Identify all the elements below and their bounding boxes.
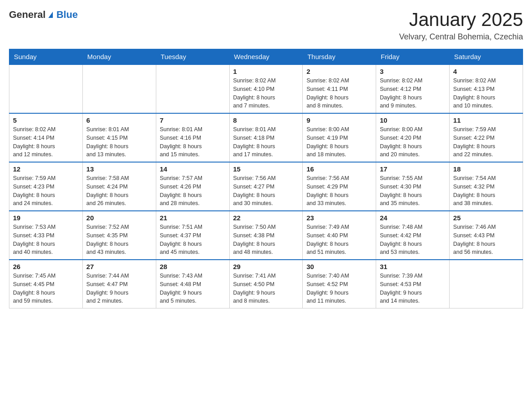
page-header: General Blue January 2025 Velvary, Centr… bbox=[9, 9, 523, 42]
day-cell: 23Sunrise: 7:49 AMSunset: 4:40 PMDayligh… bbox=[303, 211, 376, 260]
day-number: 21 bbox=[160, 214, 226, 222]
day-info: Sunrise: 7:56 AMSunset: 4:29 PMDaylight:… bbox=[306, 174, 372, 208]
day-number: 12 bbox=[13, 165, 79, 173]
calendar-table: SundayMondayTuesdayWednesdayThursdayFrid… bbox=[9, 49, 523, 308]
day-number: 17 bbox=[380, 165, 446, 173]
header-day-thursday: Thursday bbox=[303, 49, 376, 65]
day-info: Sunrise: 8:00 AMSunset: 4:19 PMDaylight:… bbox=[306, 125, 372, 159]
day-info: Sunrise: 7:55 AMSunset: 4:30 PMDaylight:… bbox=[380, 174, 446, 208]
day-cell: 3Sunrise: 8:02 AMSunset: 4:12 PMDaylight… bbox=[376, 64, 450, 113]
day-cell: 7Sunrise: 8:01 AMSunset: 4:16 PMDaylight… bbox=[156, 113, 229, 162]
day-cell: 15Sunrise: 7:56 AMSunset: 4:27 PMDayligh… bbox=[229, 162, 303, 211]
day-cell bbox=[82, 64, 156, 113]
day-number: 29 bbox=[233, 263, 299, 270]
day-cell: 10Sunrise: 8:00 AMSunset: 4:20 PMDayligh… bbox=[376, 113, 450, 162]
day-cell bbox=[156, 64, 229, 113]
day-number: 11 bbox=[453, 116, 519, 124]
day-cell: 18Sunrise: 7:54 AMSunset: 4:32 PMDayligh… bbox=[450, 162, 523, 211]
day-info: Sunrise: 7:59 AMSunset: 4:22 PMDaylight:… bbox=[453, 125, 519, 159]
day-info: Sunrise: 7:57 AMSunset: 4:26 PMDaylight:… bbox=[160, 174, 226, 208]
day-info: Sunrise: 8:02 AMSunset: 4:11 PMDaylight:… bbox=[306, 77, 372, 110]
day-number: 27 bbox=[86, 263, 152, 270]
week-row-0: 1Sunrise: 8:02 AMSunset: 4:10 PMDaylight… bbox=[9, 64, 523, 113]
day-cell: 8Sunrise: 8:01 AMSunset: 4:18 PMDaylight… bbox=[229, 113, 303, 162]
day-number: 15 bbox=[233, 165, 299, 173]
day-info: Sunrise: 7:41 AMSunset: 4:50 PMDaylight:… bbox=[233, 272, 299, 305]
day-number: 1 bbox=[233, 68, 299, 75]
day-info: Sunrise: 7:56 AMSunset: 4:27 PMDaylight:… bbox=[233, 174, 299, 208]
day-cell: 16Sunrise: 7:56 AMSunset: 4:29 PMDayligh… bbox=[303, 162, 376, 211]
day-cell: 11Sunrise: 7:59 AMSunset: 4:22 PMDayligh… bbox=[450, 113, 523, 162]
day-number: 13 bbox=[86, 165, 152, 173]
day-cell: 5Sunrise: 8:02 AMSunset: 4:14 PMDaylight… bbox=[9, 113, 83, 162]
day-info: Sunrise: 8:01 AMSunset: 4:18 PMDaylight:… bbox=[233, 125, 299, 159]
day-cell bbox=[9, 64, 83, 113]
day-cell: 28Sunrise: 7:43 AMSunset: 4:48 PMDayligh… bbox=[156, 260, 229, 308]
day-cell: 20Sunrise: 7:52 AMSunset: 4:35 PMDayligh… bbox=[82, 211, 156, 260]
day-info: Sunrise: 7:48 AMSunset: 4:42 PMDaylight:… bbox=[380, 223, 446, 257]
day-cell: 1Sunrise: 8:02 AMSunset: 4:10 PMDaylight… bbox=[229, 64, 303, 113]
day-cell: 25Sunrise: 7:46 AMSunset: 4:43 PMDayligh… bbox=[450, 211, 523, 260]
day-info: Sunrise: 7:49 AMSunset: 4:40 PMDaylight:… bbox=[306, 223, 372, 257]
logo-triangle-icon bbox=[48, 12, 53, 18]
day-cell: 29Sunrise: 7:41 AMSunset: 4:50 PMDayligh… bbox=[229, 260, 303, 308]
day-info: Sunrise: 7:54 AMSunset: 4:32 PMDaylight:… bbox=[453, 174, 519, 208]
day-info: Sunrise: 7:50 AMSunset: 4:38 PMDaylight:… bbox=[233, 223, 299, 257]
day-cell: 14Sunrise: 7:57 AMSunset: 4:26 PMDayligh… bbox=[156, 162, 229, 211]
day-info: Sunrise: 7:44 AMSunset: 4:47 PMDaylight:… bbox=[86, 272, 152, 305]
header-day-saturday: Saturday bbox=[450, 49, 523, 65]
week-row-4: 26Sunrise: 7:45 AMSunset: 4:45 PMDayligh… bbox=[9, 260, 523, 308]
day-info: Sunrise: 7:40 AMSunset: 4:52 PMDaylight:… bbox=[306, 272, 372, 305]
day-info: Sunrise: 7:46 AMSunset: 4:43 PMDaylight:… bbox=[453, 223, 519, 257]
day-cell: 2Sunrise: 8:02 AMSunset: 4:11 PMDaylight… bbox=[303, 64, 376, 113]
day-cell: 30Sunrise: 7:40 AMSunset: 4:52 PMDayligh… bbox=[303, 260, 376, 308]
day-number: 6 bbox=[86, 116, 152, 124]
day-info: Sunrise: 7:51 AMSunset: 4:37 PMDaylight:… bbox=[160, 223, 226, 257]
day-number: 19 bbox=[13, 214, 79, 222]
day-info: Sunrise: 8:01 AMSunset: 4:16 PMDaylight:… bbox=[160, 125, 226, 159]
header-day-sunday: Sunday bbox=[9, 49, 83, 65]
header-row: SundayMondayTuesdayWednesdayThursdayFrid… bbox=[9, 49, 523, 65]
day-cell: 26Sunrise: 7:45 AMSunset: 4:45 PMDayligh… bbox=[9, 260, 83, 308]
day-number: 23 bbox=[306, 214, 372, 222]
day-info: Sunrise: 7:59 AMSunset: 4:23 PMDaylight:… bbox=[13, 174, 79, 208]
calendar-title: January 2025 bbox=[399, 9, 523, 30]
logo-general-text: General bbox=[9, 9, 46, 21]
header-day-friday: Friday bbox=[376, 49, 450, 65]
calendar-subtitle: Velvary, Central Bohemia, Czechia bbox=[399, 32, 523, 42]
header-day-tuesday: Tuesday bbox=[156, 49, 229, 65]
logo: General Blue bbox=[9, 9, 78, 21]
header-day-monday: Monday bbox=[82, 49, 156, 65]
week-row-1: 5Sunrise: 8:02 AMSunset: 4:14 PMDaylight… bbox=[9, 113, 523, 162]
day-number: 8 bbox=[233, 116, 299, 124]
day-info: Sunrise: 7:39 AMSunset: 4:53 PMDaylight:… bbox=[380, 272, 446, 305]
day-cell: 17Sunrise: 7:55 AMSunset: 4:30 PMDayligh… bbox=[376, 162, 450, 211]
day-number: 5 bbox=[13, 116, 79, 124]
day-info: Sunrise: 8:02 AMSunset: 4:14 PMDaylight:… bbox=[13, 125, 79, 159]
logo-blue-text: Blue bbox=[56, 9, 78, 21]
day-cell: 4Sunrise: 8:02 AMSunset: 4:13 PMDaylight… bbox=[450, 64, 523, 113]
week-row-2: 12Sunrise: 7:59 AMSunset: 4:23 PMDayligh… bbox=[9, 162, 523, 211]
day-info: Sunrise: 7:52 AMSunset: 4:35 PMDaylight:… bbox=[86, 223, 152, 257]
header-day-wednesday: Wednesday bbox=[229, 49, 303, 65]
day-cell bbox=[450, 260, 523, 308]
day-number: 31 bbox=[380, 263, 446, 270]
day-number: 2 bbox=[306, 68, 372, 75]
day-cell: 27Sunrise: 7:44 AMSunset: 4:47 PMDayligh… bbox=[82, 260, 156, 308]
day-number: 4 bbox=[453, 68, 519, 75]
day-number: 9 bbox=[306, 116, 372, 124]
day-cell: 22Sunrise: 7:50 AMSunset: 4:38 PMDayligh… bbox=[229, 211, 303, 260]
day-number: 14 bbox=[160, 165, 226, 173]
day-cell: 19Sunrise: 7:53 AMSunset: 4:33 PMDayligh… bbox=[9, 211, 83, 260]
day-cell: 24Sunrise: 7:48 AMSunset: 4:42 PMDayligh… bbox=[376, 211, 450, 260]
day-info: Sunrise: 8:00 AMSunset: 4:20 PMDaylight:… bbox=[380, 125, 446, 159]
day-info: Sunrise: 8:02 AMSunset: 4:10 PMDaylight:… bbox=[233, 77, 299, 110]
title-block: January 2025 Velvary, Central Bohemia, C… bbox=[399, 9, 523, 42]
day-cell: 13Sunrise: 7:58 AMSunset: 4:24 PMDayligh… bbox=[82, 162, 156, 211]
day-info: Sunrise: 8:02 AMSunset: 4:12 PMDaylight:… bbox=[380, 77, 446, 110]
day-number: 18 bbox=[453, 165, 519, 173]
day-number: 20 bbox=[86, 214, 152, 222]
day-cell: 9Sunrise: 8:00 AMSunset: 4:19 PMDaylight… bbox=[303, 113, 376, 162]
day-number: 7 bbox=[160, 116, 226, 124]
day-number: 26 bbox=[13, 263, 79, 270]
